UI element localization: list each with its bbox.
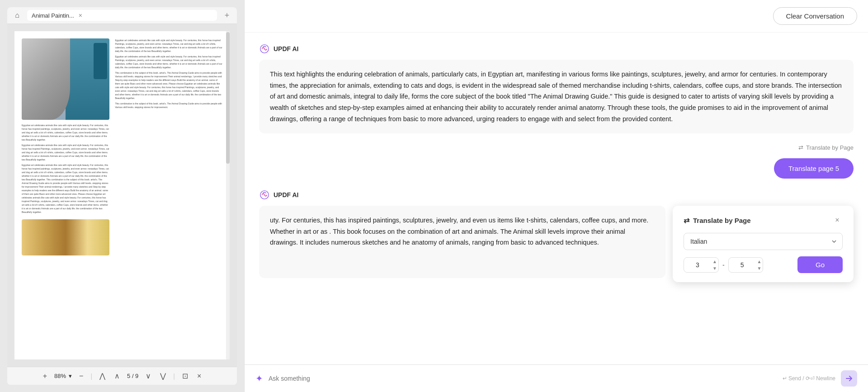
page-to-control: ▲ ▼ [728, 257, 764, 273]
clear-conversation-button[interactable]: Clear Conversation [773, 7, 857, 25]
second-ai-section: UPDF AI uty. For centuries, this has ins… [259, 189, 854, 282]
pdf-content: Egyptian art celebrates animals like cat… [7, 24, 237, 385]
close-doc-button[interactable]: × [195, 371, 203, 381]
popup-header: ⇄ Translate by Page × [684, 215, 843, 226]
first-ai-message-text: This text highlights the enduring celebr… [270, 71, 842, 123]
page-range-control: ▲ ▼ - ▲ ▼ Go [684, 256, 843, 273]
tab-title: Animal Paintin... [32, 12, 74, 19]
page-from-up-button[interactable]: ▲ [711, 259, 718, 264]
translate-by-page-text: Translate by Page [806, 144, 854, 151]
pdf-toolbar: + 88% ▾ − | ⋀ ∧ 5 / 9 ∨ ⋁ | ⊡ × [7, 367, 237, 385]
pdf-right-column: Egyptian art celebrates animals like cat… [115, 38, 222, 352]
pdf-image-elephant [22, 38, 109, 120]
toolbar-separator-1: | [90, 373, 92, 380]
translate-by-page-popup: ⇄ Translate by Page × Italian English Sp… [673, 206, 854, 282]
second-message-with-popup: uty. For centuries, this has inspired pa… [259, 206, 854, 282]
toolbar-separator-2: | [173, 373, 175, 380]
page-from-control: ▲ ▼ [684, 257, 719, 273]
updf-ai-icon-2 [259, 189, 270, 200]
first-ai-message: UPDF AI This text highlights the endurin… [259, 43, 854, 133]
send-hint: ↵ Send / ⟳⏎ Newline [783, 375, 835, 382]
total-pages: 9 [135, 373, 138, 379]
language-select[interactable]: Italian English Spanish French [684, 233, 843, 250]
second-ai-message-text: uty. For centuries, this has inspired pa… [270, 217, 648, 246]
go-button[interactable]: Go [797, 256, 843, 273]
chat-action-hints: ↵ Send / ⟳⏎ Newline [783, 375, 835, 382]
ai-panel: Clear Conversation UPDF AI This text hig… [244, 0, 868, 392]
home-button[interactable]: ⌂ [11, 9, 24, 22]
chat-input-area: ✦ ↵ Send / ⟳⏎ Newline [245, 364, 868, 392]
pdf-page: Egyptian art celebrates animals like cat… [7, 24, 237, 367]
zoom-in-button[interactable]: + [41, 371, 49, 381]
zoom-out-button[interactable]: − [77, 371, 85, 381]
sparkle-icon: ✦ [255, 373, 263, 384]
send-button[interactable] [841, 370, 857, 387]
pdf-text-right-1: Egyptian art celebrates animals like cat… [115, 38, 222, 111]
popup-close-button[interactable]: × [832, 215, 843, 226]
translate-by-page-label: ⇄ Translate by Page [798, 144, 854, 151]
translate-page-5-button[interactable]: Translate page 5 [774, 158, 854, 179]
nav-next-button[interactable]: ∨ [144, 371, 153, 381]
ai-header: Clear Conversation [245, 0, 868, 33]
nav-prev-button[interactable]: ∧ [113, 371, 122, 381]
current-page: 5 [127, 373, 130, 379]
add-tab-button[interactable]: + [221, 9, 233, 22]
page-indicator: 5 / 9 [127, 373, 138, 379]
first-ai-bubble: This text highlights the enduring celebr… [259, 60, 854, 133]
pdf-tab[interactable]: Animal Paintin... × [27, 10, 217, 21]
page-from-input[interactable] [684, 258, 711, 272]
page-from-down-button[interactable]: ▼ [711, 265, 718, 271]
popup-title-text: Translate by Page [693, 217, 751, 224]
pdf-left-column: Egyptian art celebrates animals like cat… [22, 38, 109, 352]
nav-first-button[interactable]: ⋀ [98, 371, 107, 381]
page-from-arrows: ▲ ▼ [711, 259, 718, 271]
page-to-input[interactable] [729, 258, 756, 272]
split-button[interactable]: ⊡ [180, 371, 190, 381]
tab-bar: ⌂ Animal Paintin... × + [7, 7, 237, 24]
page-range-dash: - [722, 261, 725, 269]
page-to-up-button[interactable]: ▲ [756, 259, 763, 264]
updf-ai-text-1: UPDF AI [274, 45, 298, 52]
second-ai-bubble: uty. For centuries, this has inspired pa… [259, 206, 665, 278]
pdf-scrollbar[interactable] [226, 31, 230, 359]
pdf-text-left-1: Egyptian art celebrates animals like cat… [22, 123, 109, 216]
ai-label-1: UPDF AI [259, 43, 854, 54]
chat-area[interactable]: UPDF AI This text highlights the endurin… [245, 33, 868, 364]
page-to-down-button[interactable]: ▼ [756, 265, 763, 271]
popup-translate-icon: ⇄ [684, 216, 689, 225]
updf-ai-text-2: UPDF AI [274, 191, 298, 198]
page-to-arrows: ▲ ▼ [756, 259, 763, 271]
zoom-value: 88% [54, 373, 66, 379]
zoom-level-display: 88% ▾ [54, 373, 72, 379]
updf-ai-icon-1 [259, 43, 270, 54]
pdf-panel: ⌂ Animal Paintin... × + Egyptian art [0, 0, 244, 392]
tab-close-button[interactable]: × [77, 12, 84, 19]
pdf-image-pencils [22, 219, 109, 255]
translate-by-page-row: ⇄ Translate by Page Translate page 5 [259, 144, 854, 179]
zoom-dropdown-icon[interactable]: ▾ [69, 373, 72, 379]
nav-last-button[interactable]: ⋁ [158, 371, 168, 381]
pdf-scrollbar-thumb[interactable] [226, 32, 230, 163]
popup-title: ⇄ Translate by Page [684, 216, 751, 225]
chat-input[interactable] [269, 375, 777, 382]
ai-label-2: UPDF AI [259, 189, 854, 200]
translate-icon-small: ⇄ [798, 144, 803, 151]
pdf-page-inner: Egyptian art celebrates animals like cat… [14, 31, 230, 359]
